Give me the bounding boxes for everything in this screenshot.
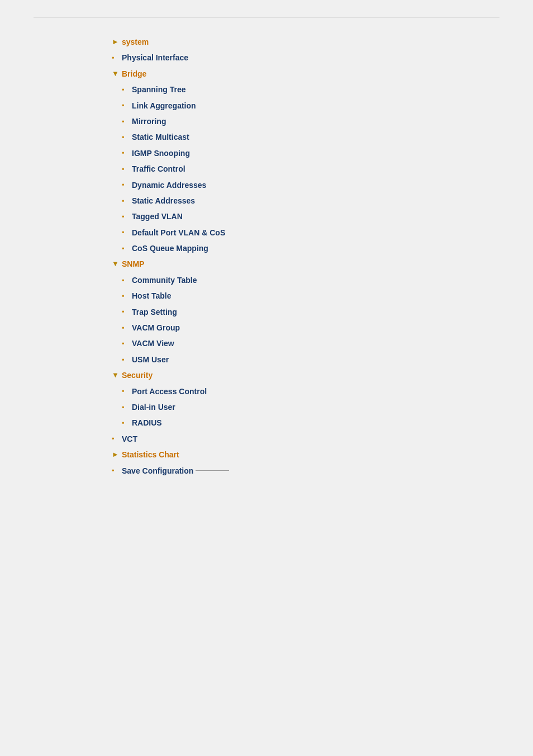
sidebar-item-vacm-group[interactable]: • VACM Group	[122, 320, 533, 336]
sidebar-item-label: Community Table	[132, 274, 197, 286]
dot-icon: •	[122, 166, 132, 173]
arrow-down-icon: ▼	[112, 258, 122, 270]
snmp-children: • Community Table • Host Table • Trap Se…	[112, 272, 533, 367]
dot-icon: •	[122, 229, 132, 236]
dot-icon: •	[122, 388, 132, 395]
sidebar-item-cos-queue-mapping[interactable]: • CoS Queue Mapping	[122, 240, 533, 256]
sidebar-item-host-table[interactable]: • Host Table	[122, 288, 533, 304]
dot-icon: •	[122, 181, 132, 188]
dot-icon: •	[122, 324, 132, 332]
sidebar-item-mirroring[interactable]: • Mirroring	[122, 114, 533, 129]
sidebar-item-label: system	[122, 36, 149, 48]
sidebar-item-dial-in-user[interactable]: • Dial-in User	[122, 399, 533, 415]
dot-icon: •	[122, 86, 132, 93]
sidebar-item-label: Port Access Control	[132, 385, 207, 398]
sidebar-item-traffic-control[interactable]: • Traffic Control	[122, 161, 533, 177]
sidebar-item-radius[interactable]: • RADIUS	[122, 415, 533, 431]
sidebar-item-system[interactable]: ► system	[112, 34, 533, 50]
sidebar-item-igmp-snooping[interactable]: • IGMP Snooping	[122, 145, 533, 161]
save-config-underline-decoration	[196, 470, 229, 471]
sidebar-item-spanning-tree[interactable]: • Spanning Tree	[122, 82, 533, 97]
page-container: ► system • Physical Interface ▼ Bridge •…	[0, 0, 533, 756]
dot-icon: •	[122, 292, 132, 300]
arrow-down-icon: ▼	[112, 68, 122, 80]
sidebar-item-label: Link Aggregation	[132, 100, 196, 112]
security-children: • Port Access Control • Dial-in User • R…	[112, 384, 533, 431]
dot-icon: •	[122, 340, 132, 347]
sidebar-item-label: Dial-in User	[132, 401, 175, 413]
sidebar-item-label: Physical Interface	[122, 51, 188, 64]
sidebar-item-label: USM User	[132, 353, 169, 366]
sidebar-item-port-access-control[interactable]: • Port Access Control	[122, 384, 533, 399]
sidebar-item-label: Host Table	[132, 290, 172, 302]
sidebar-item-community-table[interactable]: • Community Table	[122, 272, 533, 288]
sidebar-item-label: Statistics Chart	[122, 448, 179, 461]
nav-menu: ► system • Physical Interface ▼ Bridge •…	[0, 29, 533, 479]
sidebar-item-label: Dynamic Addresses	[132, 179, 206, 191]
sidebar-item-label: VACM Group	[132, 322, 180, 334]
sidebar-item-tagged-vlan[interactable]: • Tagged VLAN	[122, 209, 533, 224]
sidebar-item-vct[interactable]: • VCT	[112, 431, 533, 447]
sidebar-item-security[interactable]: ▼ Security	[112, 367, 533, 383]
sidebar-item-label: VACM View	[132, 337, 174, 349]
arrow-right-icon: ►	[112, 449, 122, 461]
sidebar-item-vacm-view[interactable]: • VACM View	[122, 336, 533, 351]
sidebar-item-label: Trap Setting	[132, 306, 177, 318]
sidebar-item-static-addresses[interactable]: • Static Addresses	[122, 193, 533, 209]
sidebar-item-link-aggregation[interactable]: • Link Aggregation	[122, 98, 533, 114]
sidebar-item-label: Save Configuration	[122, 465, 193, 477]
sidebar-item-label: IGMP Snooping	[132, 147, 190, 159]
sidebar-item-label: Default Port VLAN & CoS	[132, 226, 225, 239]
dot-icon: •	[122, 308, 132, 315]
dot-icon: •	[122, 277, 132, 284]
dot-icon: •	[122, 356, 132, 363]
dot-icon: •	[112, 54, 122, 62]
sidebar-item-label: Spanning Tree	[132, 83, 185, 96]
arrow-right-icon: ►	[112, 36, 122, 48]
dot-icon: •	[122, 419, 132, 427]
sidebar-item-label: VCT	[122, 433, 137, 445]
dot-icon: •	[122, 118, 132, 125]
dot-icon: •	[122, 197, 132, 205]
arrow-down-icon: ▼	[112, 370, 122, 381]
dot-icon: •	[122, 213, 132, 220]
sidebar-item-usm-user[interactable]: • USM User	[122, 352, 533, 367]
dot-icon: •	[122, 404, 132, 411]
sidebar-item-snmp[interactable]: ▼ SNMP	[112, 256, 533, 272]
sidebar-item-label: CoS Queue Mapping	[132, 242, 208, 254]
sidebar-item-label: RADIUS	[132, 417, 162, 429]
sidebar-item-bridge[interactable]: ▼ Bridge	[112, 66, 533, 82]
sidebar-item-label: Bridge	[122, 68, 146, 80]
dot-icon: •	[122, 102, 132, 109]
sidebar-item-statistics-chart[interactable]: ► Statistics Chart	[112, 447, 533, 462]
sidebar-item-static-multicast[interactable]: • Static Multicast	[122, 129, 533, 145]
sidebar-item-label: Security	[122, 369, 153, 381]
sidebar-item-label: Mirroring	[132, 115, 166, 127]
sidebar-item-save-configuration[interactable]: • Save Configuration	[112, 463, 533, 479]
sidebar-item-trap-setting[interactable]: • Trap Setting	[122, 304, 533, 320]
top-divider	[34, 17, 499, 17]
bridge-children: • Spanning Tree • Link Aggregation • Mir…	[112, 82, 533, 256]
sidebar-item-label: Tagged VLAN	[132, 210, 183, 223]
dot-icon: •	[122, 149, 132, 157]
sidebar-item-dynamic-addresses[interactable]: • Dynamic Addresses	[122, 177, 533, 193]
dot-icon: •	[122, 134, 132, 141]
dot-icon: •	[122, 245, 132, 252]
sidebar-item-label: Traffic Control	[132, 163, 185, 175]
sidebar-item-label: Static Multicast	[132, 131, 189, 143]
dot-icon: •	[112, 435, 122, 442]
dot-icon: •	[112, 467, 122, 474]
sidebar-item-physical-interface[interactable]: • Physical Interface	[112, 50, 533, 65]
sidebar-item-label: Static Addresses	[132, 195, 195, 207]
sidebar-item-default-port-vlan-cos[interactable]: • Default Port VLAN & CoS	[122, 225, 533, 240]
sidebar-item-label: SNMP	[122, 258, 144, 270]
